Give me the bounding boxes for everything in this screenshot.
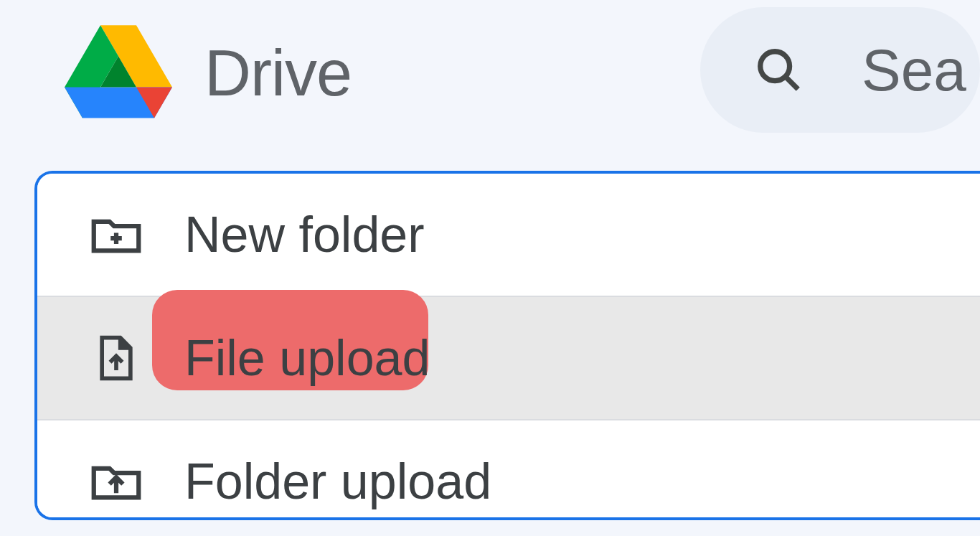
drive-logo-icon bbox=[65, 25, 172, 122]
svg-line-1 bbox=[786, 76, 798, 89]
menu-item-label: New folder bbox=[184, 206, 425, 263]
search-placeholder: Sea bbox=[862, 37, 966, 104]
file-upload-icon bbox=[88, 332, 145, 385]
menu-item-folder-upload[interactable]: Folder upload bbox=[37, 420, 980, 517]
menu-item-label: File upload bbox=[184, 329, 430, 387]
search-icon bbox=[754, 45, 804, 95]
new-menu-popup: New folder File upload bbox=[34, 171, 980, 520]
menu-item-label: Folder upload bbox=[184, 453, 491, 510]
menu-item-file-upload[interactable]: File upload bbox=[37, 297, 980, 419]
app-title: Drive bbox=[204, 37, 352, 111]
search-bar[interactable]: Sea bbox=[700, 7, 980, 133]
new-folder-icon bbox=[88, 208, 145, 262]
menu-item-new-folder[interactable]: New folder bbox=[37, 174, 980, 296]
folder-upload-icon bbox=[88, 455, 145, 509]
svg-point-0 bbox=[760, 51, 790, 80]
